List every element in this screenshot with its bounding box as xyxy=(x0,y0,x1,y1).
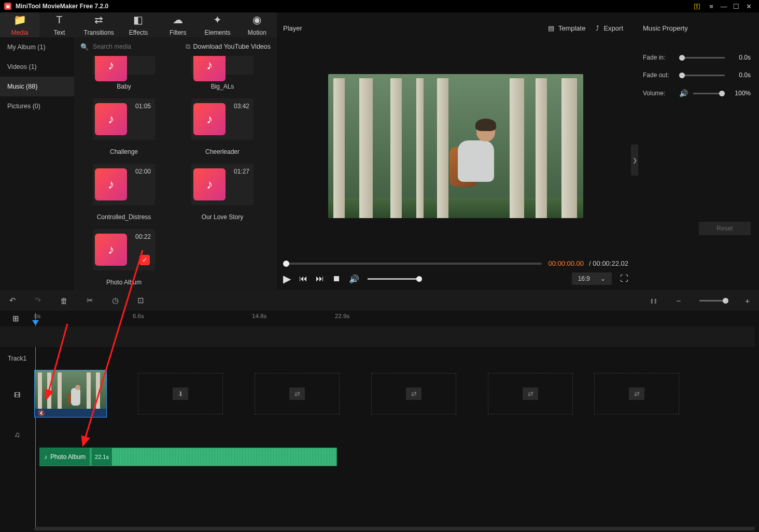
media-tile[interactable]: ♪02:00Controlled_Distress xyxy=(82,164,165,221)
split-button[interactable]: ✂ xyxy=(87,296,93,305)
media-tile[interactable]: ♪01:05Challenge xyxy=(82,98,165,155)
media-tile[interactable]: ♪00:22Photo Album✓ xyxy=(82,229,165,286)
template-button[interactable]: ▤Template xyxy=(543,21,591,35)
transition-icon: ⇄ xyxy=(523,387,538,400)
audio-clip-name: Photo Album xyxy=(50,453,86,461)
music-icon: ♪ xyxy=(95,234,127,266)
transitions-icon: ⇄ xyxy=(94,13,103,26)
fullscreen-button[interactable]: ⛶ xyxy=(620,274,628,283)
properties-title: Music Property xyxy=(643,12,751,44)
media-label: Challenge xyxy=(110,148,138,155)
key-icon[interactable]: ⚿ xyxy=(691,3,703,10)
delete-button[interactable]: 🗑 xyxy=(60,296,68,305)
volume-value: 100% xyxy=(730,90,751,97)
play-button[interactable]: ▶ xyxy=(283,272,291,285)
music-icon: ♪ xyxy=(193,56,226,81)
collapse-properties-button[interactable]: ❯ xyxy=(631,145,638,176)
media-grid: ♪Baby♪Big_ALs♪01:05Challenge♪03:42Cheerl… xyxy=(74,56,277,290)
fit-button[interactable]: ⫿⫿ xyxy=(650,297,657,305)
filters-icon: ☁ xyxy=(173,13,183,26)
speaker-icon[interactable]: 🔊 xyxy=(679,89,688,97)
add-track-button[interactable]: ⊞ xyxy=(12,314,19,323)
next-frame-button[interactable]: ⏭ xyxy=(316,274,324,283)
menu-icon[interactable]: ≡ xyxy=(705,3,718,10)
volume-label: Volume: xyxy=(643,90,674,97)
media-tile[interactable]: ♪01:27Our Love Story xyxy=(181,164,264,221)
tab-filters[interactable]: ☁Filters xyxy=(158,12,198,37)
empty-clip-slot[interactable]: ⇄ xyxy=(488,373,573,414)
maximize-button[interactable]: ☐ xyxy=(730,3,742,10)
tab-effects[interactable]: ◧Effects xyxy=(119,12,158,37)
tab-elements[interactable]: ✦Elements xyxy=(198,12,237,37)
tab-media[interactable]: 📁Media xyxy=(0,12,39,37)
main-tabs: 📁MediaTText⇄Transitions◧Effects☁Filters✦… xyxy=(0,12,277,37)
player-panel: Player ▤Template ⤴Export xyxy=(277,12,635,290)
sidebar-item[interactable]: Pictures (0) xyxy=(0,96,74,116)
media-duration: 02:00 xyxy=(135,168,151,175)
timeline-toolbar: ↶ ↷ 🗑 ✂ ◷ ⊡ ⫿⫿ − + xyxy=(0,290,759,311)
ruler-tick: 14.8s xyxy=(252,313,266,319)
time-ruler[interactable]: 0s6.6s14.8s22.9s xyxy=(34,313,759,324)
stop-button[interactable]: ⏹ xyxy=(332,274,341,283)
close-button[interactable]: ✕ xyxy=(742,3,755,10)
speed-button[interactable]: ◷ xyxy=(112,296,119,305)
empty-clip-slot[interactable]: ⬇ xyxy=(138,373,223,414)
minimize-button[interactable]: ― xyxy=(718,3,730,10)
prev-frame-button[interactable]: ⏮ xyxy=(299,274,307,283)
timeline-scrollbar[interactable] xyxy=(34,527,755,530)
media-panel: 🔍 ⧉ Download YouTube Videos ♪Baby♪Big_AL… xyxy=(74,37,277,290)
reset-button[interactable]: Reset xyxy=(699,222,751,235)
fade-out-slider[interactable] xyxy=(679,75,725,76)
volume-slider[interactable] xyxy=(693,93,725,94)
player-title: Player xyxy=(283,24,302,32)
sidebar-item[interactable]: Music (88) xyxy=(0,77,74,96)
template-icon: ▤ xyxy=(548,24,554,32)
crop-button[interactable]: ⊡ xyxy=(137,296,144,305)
video-preview[interactable] xyxy=(328,74,583,218)
zoom-in-button[interactable]: + xyxy=(745,296,750,305)
media-duration: 03:42 xyxy=(234,103,249,110)
download-youtube-button[interactable]: Download YouTube Videos xyxy=(193,43,271,50)
music-icon: ♪ xyxy=(95,56,127,81)
progress-slider[interactable] xyxy=(283,263,542,265)
fade-in-label: Fade in: xyxy=(643,54,674,61)
player-volume-slider[interactable] xyxy=(368,278,419,280)
empty-clip-slot[interactable]: ⇄ xyxy=(594,373,679,414)
empty-clip-slot[interactable]: ⇄ xyxy=(371,373,456,414)
app-title: MiniTool MovieMaker Free 7.2.0 xyxy=(16,3,691,10)
undo-button[interactable]: ↶ xyxy=(9,296,16,305)
tab-transitions[interactable]: ⇄Transitions xyxy=(79,12,119,37)
zoom-out-button[interactable]: − xyxy=(676,296,681,305)
empty-clip-slot[interactable]: ⇄ xyxy=(255,373,340,414)
zoom-slider[interactable] xyxy=(699,300,726,301)
effects-icon: ◧ xyxy=(133,13,143,26)
sidebar-item[interactable]: My Album (1) xyxy=(0,37,74,57)
export-icon: ⤴ xyxy=(596,24,599,32)
sidebar-item[interactable]: Videos (1) xyxy=(0,57,74,77)
music-icon: ♪ xyxy=(95,103,127,135)
fade-in-slider[interactable] xyxy=(679,57,725,59)
tab-text[interactable]: TText xyxy=(39,12,79,37)
media-tile[interactable]: ♪Baby xyxy=(82,56,165,90)
aspect-ratio-select[interactable]: 16:9⌄ xyxy=(572,272,612,285)
redo-button[interactable]: ↷ xyxy=(35,296,41,305)
elements-icon: ✦ xyxy=(213,13,222,26)
fade-out-label: Fade out: xyxy=(643,71,674,79)
tab-motion[interactable]: ◉Motion xyxy=(237,12,277,37)
export-button[interactable]: ⤴Export xyxy=(591,21,628,35)
video-clip[interactable]: 🔇 xyxy=(34,370,107,418)
motion-icon: ◉ xyxy=(252,13,261,26)
media-label: Baby xyxy=(117,83,131,90)
volume-icon[interactable]: 🔊 xyxy=(349,274,359,284)
time-total: / 00:00:22.02 xyxy=(589,260,628,267)
media-tile[interactable]: ♪03:42Cheerleader xyxy=(181,98,264,155)
audio-clip[interactable]: ♪Photo Album 22.1s xyxy=(39,448,337,466)
search-input[interactable] xyxy=(93,43,186,50)
music-icon: ♪ xyxy=(95,168,127,200)
properties-panel: ❯ Music Property Fade in: 0.0s Fade out:… xyxy=(635,12,759,290)
mute-icon[interactable]: 🔇 xyxy=(38,410,45,416)
transition-icon: ⇄ xyxy=(289,387,305,400)
media-duration: 01:27 xyxy=(234,168,249,175)
titlebar: ▣ MiniTool MovieMaker Free 7.2.0 ⚿ ≡ ― ☐… xyxy=(0,0,759,12)
media-tile[interactable]: ♪Big_ALs xyxy=(181,56,264,90)
